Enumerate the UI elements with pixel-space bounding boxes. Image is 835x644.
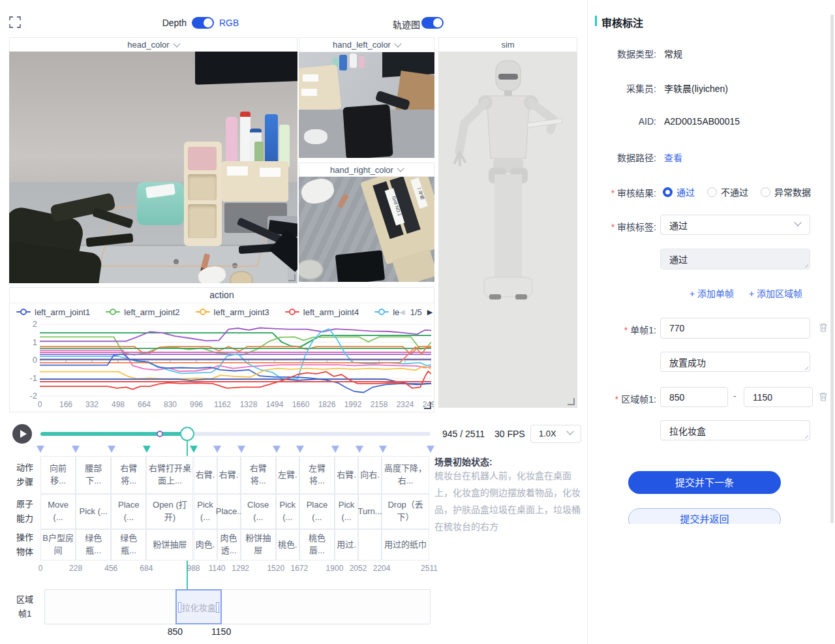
dish-shape xyxy=(299,259,324,280)
hand-right-camera-select[interactable]: hand_right_color xyxy=(299,162,434,177)
resize-grip-icon[interactable] xyxy=(802,364,808,370)
step-marker[interactable] xyxy=(143,446,151,453)
radio-option-异常数据[interactable]: 异常数据 xyxy=(761,185,811,198)
legend-items: left_arm_joint1left_arm_joint2left_arm_j… xyxy=(16,307,399,317)
chevron-down-icon xyxy=(397,164,404,172)
keyframe-dot[interactable] xyxy=(157,431,163,437)
step-cell: 右臂打开桌面上... xyxy=(146,456,193,494)
pager-prev-icon[interactable]: ◀ xyxy=(399,308,404,316)
x-tick-label: 2490 xyxy=(419,400,434,409)
rgb-label: RGB xyxy=(219,18,239,28)
step-marker[interactable] xyxy=(427,446,434,453)
cosmetic-tube-shape xyxy=(350,54,357,68)
add-single-frame-link[interactable]: + 添加单帧 xyxy=(690,286,734,299)
resize-grip-icon[interactable] xyxy=(802,262,808,268)
legend-marker-icon xyxy=(16,309,31,315)
region-note-textarea[interactable]: 拉化妆盒 xyxy=(660,420,810,440)
step-row-label: 动作 步骤 xyxy=(9,456,40,494)
resize-corner-icon[interactable] xyxy=(288,274,296,281)
cosmetic-tube-shape xyxy=(226,117,237,162)
region-segment[interactable]: 拉化妆盒 xyxy=(175,589,222,624)
data-path-link[interactable]: 查看 xyxy=(664,151,682,164)
slider-handle[interactable] xyxy=(180,427,194,441)
single-frame-input[interactable]: 770 xyxy=(660,318,810,339)
step-cell: 右臂. xyxy=(335,456,358,494)
hand-right-camera-image: Grid NO.1 一号格 xyxy=(299,177,434,282)
y-tick-label: 2 xyxy=(19,319,37,329)
x-tick-label: 1494 xyxy=(263,400,286,409)
step-marker[interactable] xyxy=(190,446,198,453)
step-marker[interactable] xyxy=(296,446,304,453)
region-track: 拉化妆盒 xyxy=(44,589,431,624)
region-end-input[interactable]: 1150 xyxy=(744,387,813,407)
single-frame-note-textarea[interactable]: 放置成功 xyxy=(660,352,810,372)
step-row-label: 操作 物体 xyxy=(9,529,40,560)
delete-single-frame-icon[interactable] xyxy=(818,322,828,333)
step-cell: Place (... xyxy=(299,494,335,529)
fullscreen-icon[interactable] xyxy=(9,16,21,28)
radio-selected-icon[interactable] xyxy=(663,187,673,197)
step-marker[interactable] xyxy=(331,446,339,453)
cosmetic-tube-shape xyxy=(359,56,365,68)
field-value: 常规 xyxy=(664,47,682,60)
hand-left-camera-select[interactable]: hand_left_color xyxy=(299,37,434,52)
legend-item-left_arm_joint4[interactable]: left_arm_joint4 xyxy=(285,307,359,317)
panel-title: 审核标注 xyxy=(601,14,643,30)
scrollbar-thumb[interactable] xyxy=(830,14,834,523)
x-tick-label: 1992 xyxy=(341,400,365,409)
tag-label: *审核标签: xyxy=(574,220,656,233)
radio-option-不通过[interactable]: 不通过 xyxy=(707,185,748,198)
step-cell: Place (... xyxy=(111,494,146,529)
field-label: 采集员: xyxy=(574,82,656,95)
legend-item-left_arm_joint2[interactable]: left_arm_joint2 xyxy=(106,307,179,317)
region-start-input[interactable]: 850 xyxy=(660,387,728,407)
head-camera-select[interactable]: head_color xyxy=(9,37,297,52)
step-marker[interactable] xyxy=(213,446,221,453)
annotation-review-app: Depth RGB 轨迹图 head_color hand_left_color… xyxy=(0,0,835,644)
legend-item-left_arm_joint1[interactable]: left_arm_joint1 xyxy=(16,307,90,317)
step-marker[interactable] xyxy=(72,446,80,453)
step-cell: Pick (... xyxy=(335,494,358,529)
timeline-axis-label: 0 xyxy=(29,564,52,573)
scene-state-label: 场景初始状态: xyxy=(434,455,493,468)
speed-select[interactable]: 1.0X xyxy=(530,425,581,443)
radio-label: 通过 xyxy=(676,185,695,198)
step-marker[interactable] xyxy=(108,446,115,453)
step-cell: 绿色瓶... xyxy=(111,529,146,560)
tag-select[interactable]: 通过 xyxy=(660,215,810,235)
step-marker[interactable] xyxy=(356,446,363,453)
sim-view-title-bar: sim xyxy=(438,37,577,52)
step-cell: 右臂将... xyxy=(241,456,276,494)
submit-back-button[interactable]: 提交并返回 xyxy=(628,508,781,524)
resize-grip-icon[interactable] xyxy=(802,433,808,438)
pager-next-icon[interactable]: ▶ xyxy=(427,308,433,316)
add-region-frame-link[interactable]: + 添加区域帧 xyxy=(749,286,802,299)
delete-region-frame-icon[interactable] xyxy=(818,391,828,402)
panel-divider xyxy=(587,0,588,644)
caddy-label-shape xyxy=(260,168,281,177)
required-star: * xyxy=(615,394,618,405)
legend-label: le xyxy=(393,307,399,317)
radio-icon[interactable] xyxy=(707,187,717,197)
depth-rgb-toggle[interactable] xyxy=(192,17,214,29)
legend-item-le[interactable]: le xyxy=(374,307,399,317)
region-segment-label: 拉化妆盒 xyxy=(177,601,220,613)
caddy-label-shape xyxy=(303,74,318,82)
legend-item-left_arm_joint3[interactable]: left_arm_joint3 xyxy=(196,307,269,317)
timeline-axis-label: 1520 xyxy=(264,564,288,573)
x-tick-label: 1162 xyxy=(211,400,234,409)
radio-icon[interactable] xyxy=(761,187,770,197)
timeline-axis-label: 988 xyxy=(182,564,205,573)
step-marker[interactable] xyxy=(273,446,281,453)
step-marker[interactable] xyxy=(379,446,387,453)
step-marker[interactable] xyxy=(237,446,245,453)
submit-next-button[interactable]: 提交并下一条 xyxy=(628,471,781,494)
organizer-slot-shape xyxy=(188,204,217,238)
timeline-axis-label: 1292 xyxy=(229,564,252,573)
action-chart-panel: action left_arm_joint1left_arm_joint2lef… xyxy=(9,287,434,412)
tag-note-textarea[interactable]: 通过 xyxy=(660,249,810,269)
trajectory-toggle[interactable] xyxy=(421,17,444,29)
play-button[interactable] xyxy=(12,424,32,444)
step-marker[interactable] xyxy=(37,446,44,453)
radio-option-通过[interactable]: 通过 xyxy=(663,185,695,198)
